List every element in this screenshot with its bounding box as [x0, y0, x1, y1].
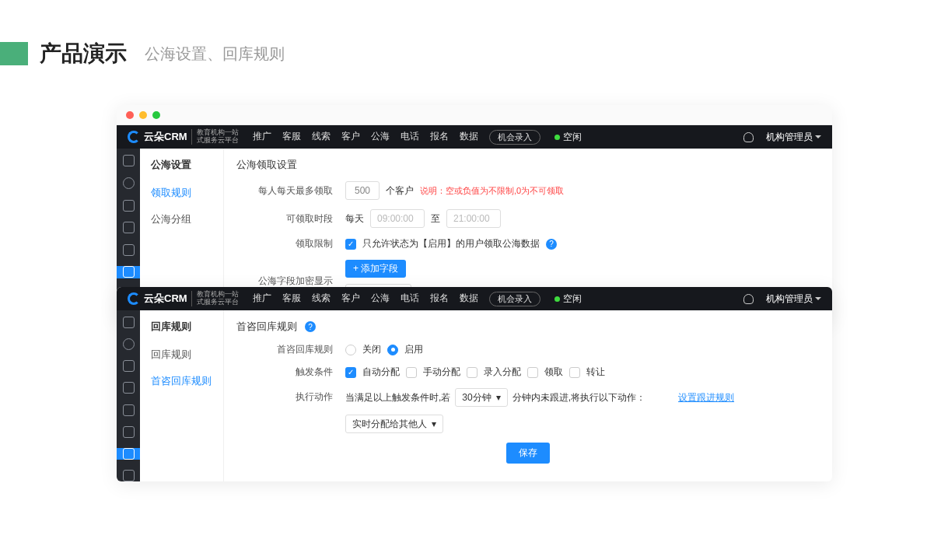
logo-sub: 教育机构一站 式服务云平台 [191, 129, 239, 145]
bell-icon[interactable] [743, 132, 754, 142]
close-icon[interactable] [126, 111, 134, 119]
logo: 云朵CRM 教育机构一站 式服务云平台 [128, 291, 239, 306]
nav-item[interactable]: 线索 [312, 130, 331, 145]
unit-text: 个客户 [386, 184, 414, 198]
slide-title: 产品演示 [40, 39, 127, 68]
module-icon-active[interactable] [123, 266, 135, 278]
top-nav: 推广 客服 线索 客户 公海 电话 报名 数据 机会录入 [253, 130, 540, 145]
label-max-claim: 每人每天最多领取 [236, 184, 345, 198]
logo-icon [128, 131, 140, 143]
left-iconbar [117, 310, 140, 481]
save-button[interactable]: 保存 [506, 443, 550, 464]
slide-header: 产品演示 公海设置、回库规则 [0, 39, 285, 68]
add-field-button[interactable]: + 添加字段 [345, 260, 406, 278]
module-icon[interactable] [123, 244, 135, 256]
logo-text: 云朵CRM [144, 130, 187, 144]
sidebar-item-return-rules[interactable]: 回库规则 [140, 341, 223, 368]
action-pre-text: 当满足以上触发条件时,若 [345, 391, 450, 404]
nav-item[interactable]: 公海 [371, 130, 390, 145]
minimize-icon[interactable] [139, 111, 147, 119]
nav-item[interactable]: 推广 [253, 130, 271, 145]
chevron-down-icon [815, 297, 821, 300]
slide-subtitle: 公海设置、回库规则 [145, 44, 285, 65]
nav-item[interactable]: 电话 [401, 130, 419, 145]
user-menu[interactable]: 机构管理员 [766, 131, 821, 144]
nav-item[interactable]: 客户 [341, 130, 360, 145]
logo: 云朵CRM 教育机构一站 式服务云平台 [128, 129, 239, 145]
nav-item[interactable]: 客服 [282, 130, 301, 145]
user-menu[interactable]: 机构管理员 [766, 292, 821, 306]
window-return-rules: 云朵CRM 教育机构一站 式服务云平台 推广 客服 线索 客户 公海 电话 报名… [117, 287, 832, 481]
action-select[interactable]: 实时分配给其他人▾ [345, 415, 443, 433]
sidebar-item-claim-rules[interactable]: 领取规则 [140, 180, 223, 206]
sidebar-item-first-consult-rules[interactable]: 首咨回库规则 [140, 368, 223, 394]
sidebar: 回库规则 回库规则 首咨回库规则 [140, 310, 224, 481]
checkbox-enabled-only[interactable]: ✓ [345, 239, 356, 250]
radio-on[interactable] [387, 345, 398, 355]
nav-item[interactable]: 电话 [401, 292, 419, 306]
checkbox-transfer[interactable] [569, 367, 580, 378]
checkbox-claim[interactable] [527, 367, 538, 378]
content-title: 首咨回库规则 ? [236, 320, 820, 334]
logo-text: 云朵CRM [144, 292, 187, 306]
max-claim-input[interactable]: 500 [345, 181, 380, 200]
chevron-down-icon [815, 135, 821, 138]
duration-select[interactable]: 30分钟▾ [455, 388, 507, 407]
label-action: 执行动作 [236, 388, 345, 404]
nav-item[interactable]: 客服 [282, 292, 301, 306]
time-from-input[interactable]: 09:00:00 [370, 209, 425, 228]
sidebar-item-groups[interactable]: 公海分组 [140, 206, 223, 233]
bell-icon[interactable] [743, 294, 754, 304]
module-icon[interactable] [123, 222, 135, 233]
help-icon[interactable]: ? [305, 321, 316, 332]
accent-bar [0, 42, 28, 65]
sidebar-title: 公海设置 [140, 158, 223, 180]
nav-item[interactable]: 数据 [460, 292, 478, 306]
module-icon[interactable] [123, 360, 135, 372]
nav-item[interactable]: 线索 [312, 292, 331, 306]
time-to-input[interactable]: 21:00:00 [446, 209, 501, 228]
daily-text: 每天 [345, 212, 364, 226]
opportunity-entry-button[interactable]: 机会录入 [489, 292, 540, 306]
logo-sub: 教育机构一站 式服务云平台 [191, 291, 239, 306]
module-icon[interactable] [123, 177, 135, 189]
nav-item[interactable]: 数据 [460, 130, 478, 145]
content-title: 公海领取设置 [236, 158, 820, 172]
module-icon-active[interactable] [123, 448, 135, 460]
nav-item[interactable]: 推广 [253, 292, 271, 306]
checkbox-entry-assign[interactable] [467, 367, 477, 378]
nav-item[interactable]: 客户 [341, 292, 360, 306]
status-indicator: 空闲 [554, 292, 582, 306]
set-follow-rule-link[interactable]: 设置跟进规则 [678, 391, 734, 404]
module-icon[interactable] [123, 155, 135, 166]
nav-item[interactable]: 公海 [371, 292, 390, 306]
checkbox-auto-assign[interactable]: ✓ [345, 367, 356, 378]
module-icon[interactable] [123, 317, 135, 328]
label-time-range: 可领取时段 [236, 212, 345, 226]
nav-item[interactable]: 报名 [430, 292, 449, 306]
label-trigger: 触发条件 [236, 366, 345, 379]
checkbox-manual-assign[interactable] [406, 367, 417, 378]
hint-text: 说明：空或负值为不限制,0为不可领取 [420, 185, 564, 197]
to-label: 至 [431, 212, 440, 226]
nav-item[interactable]: 报名 [430, 130, 449, 145]
action-mid-text: 分钟内未跟进,将执行以下动作： [512, 391, 645, 404]
zoom-icon[interactable] [152, 111, 160, 119]
checkbox-label: 只允许状态为【启用】的用户领取公海数据 [362, 237, 540, 250]
module-icon[interactable] [123, 404, 135, 416]
help-icon[interactable]: ? [546, 239, 557, 250]
opportunity-entry-button[interactable]: 机会录入 [489, 130, 540, 145]
module-icon[interactable] [123, 200, 135, 212]
mac-titlebar [117, 105, 832, 125]
label-encrypt-fields: 公海字段加密显示 [236, 275, 345, 288]
module-icon[interactable] [123, 338, 135, 350]
content-area: 首咨回库规则 ? 首咨回库规则 关闭 启用 触发条件 [224, 310, 832, 481]
module-icon[interactable] [123, 470, 135, 481]
module-icon[interactable] [123, 426, 135, 438]
sidebar-title: 回库规则 [140, 320, 223, 341]
radio-off-label: 关闭 [362, 343, 381, 356]
label-claim-limit: 领取限制 [236, 237, 345, 250]
label-rule-enable: 首咨回库规则 [236, 343, 345, 356]
radio-off[interactable] [345, 345, 356, 355]
module-icon[interactable] [123, 382, 135, 394]
